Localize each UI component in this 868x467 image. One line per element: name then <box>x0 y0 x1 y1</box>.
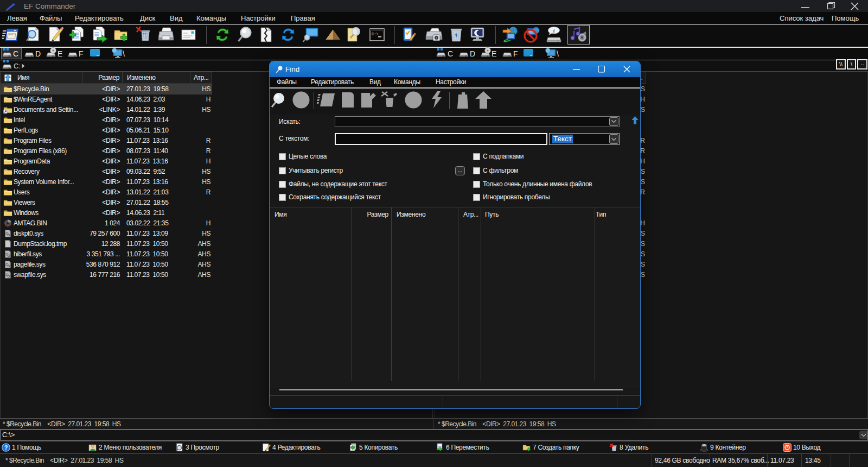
svg-text:C:\: C:\ <box>372 32 379 36</box>
